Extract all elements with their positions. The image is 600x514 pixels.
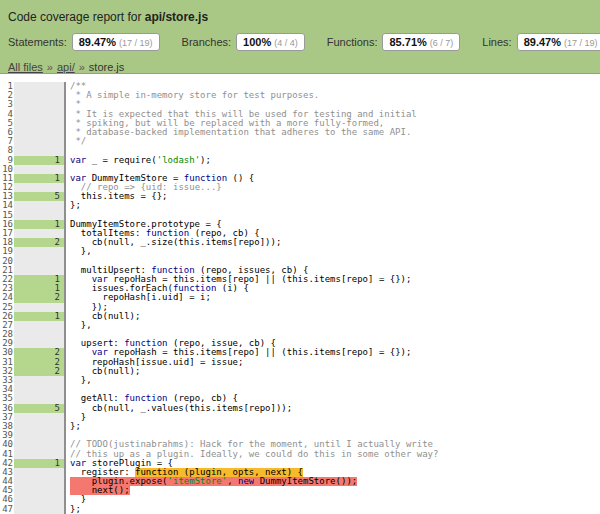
- code-text: * It is expected that this will be used …: [66, 110, 600, 119]
- code-line: 35 getAll: function (repo, cb) {: [0, 394, 600, 403]
- code-line: 8: [0, 146, 600, 155]
- stat-label: Functions:: [327, 36, 378, 48]
- stat-value: 89.47%: [524, 36, 561, 48]
- stat-lines: Lines:89.47%(17 / 19): [482, 33, 600, 51]
- stat-fraction: (17 / 19): [119, 38, 153, 48]
- coverage-count: [14, 257, 66, 266]
- breadcrumb-separator: »: [47, 61, 53, 73]
- coverage-count: [14, 422, 66, 431]
- code-line: 2 * A simple in-memory store for test pu…: [0, 91, 600, 100]
- code-line: 5 * spiking, but will be replaced with a…: [0, 119, 600, 128]
- code-text: });: [66, 303, 600, 312]
- stat-label: Statements:: [8, 36, 67, 48]
- code-text: * spiking, but will be replaced with a m…: [66, 119, 600, 128]
- breadcrumb: All files»api/»store.js: [8, 61, 592, 73]
- code-text: plugin.expose('itemStore', new DummyItem…: [66, 477, 600, 486]
- code-line: 91var _ = require('lodash');: [0, 156, 600, 165]
- code-line: 39: [0, 431, 600, 440]
- code-line: 302 var repoHash = this.items[repo] || (…: [0, 348, 600, 357]
- code-line: 10: [0, 165, 600, 174]
- coverage-count: [14, 495, 66, 504]
- code-line: 47};: [0, 505, 600, 514]
- code-text: repoHash[i.uid] = i;: [66, 293, 600, 302]
- coverage-count: 5: [14, 192, 66, 201]
- code-text: * A simple in-memory store for test purp…: [66, 91, 600, 100]
- code-text: var DummyItemStore = function () {: [66, 174, 600, 183]
- coverage-stats-row: Statements:89.47%(17 / 19)Branches:100%(…: [8, 33, 592, 51]
- coverage-count: 1: [14, 459, 66, 468]
- coverage-count: [14, 440, 66, 449]
- code-line: 43 register: function (plugin, opts, nex…: [0, 468, 600, 477]
- stat-fraction: (6 / 7): [430, 38, 454, 48]
- page-title: Code coverage report for api/store.js: [8, 10, 592, 24]
- code-text: issues.forEach(function (i) {: [66, 284, 600, 293]
- coverage-count: [14, 321, 66, 330]
- code-line: 29 upsert: function (repo, issue, cb) {: [0, 339, 600, 348]
- code-text: next();: [66, 486, 600, 495]
- code-text: };: [66, 201, 600, 210]
- code-line: 38};: [0, 422, 600, 431]
- breadcrumb-link-all-files[interactable]: All files: [8, 61, 43, 73]
- stat-value: 89.47%: [79, 36, 116, 48]
- coverage-count: [14, 100, 66, 109]
- coverage-count: [14, 385, 66, 394]
- code-text: [66, 165, 600, 174]
- coverage-count: [14, 505, 66, 514]
- code-line: 34: [0, 385, 600, 394]
- coverage-count: [14, 119, 66, 128]
- stat-label: Lines:: [482, 36, 511, 48]
- code-text: upsert: function (repo, issue, cb) {: [66, 339, 600, 348]
- stat-value-box: 100%(4 / 4): [236, 33, 305, 51]
- code-line: 41// this up as a plugin. Ideally, we co…: [0, 450, 600, 459]
- coverage-count: 5: [14, 404, 66, 413]
- code-line: 261 cb(null);: [0, 312, 600, 321]
- code-text: cb(null);: [66, 367, 600, 376]
- code-text: [66, 146, 600, 155]
- stat-statements: Statements:89.47%(17 / 19): [8, 33, 160, 51]
- stat-value-box: 85.71%(6 / 7): [382, 33, 460, 51]
- code-line: 15: [0, 211, 600, 220]
- code-text: cb(null, _.values(this.items[repo]));: [66, 404, 600, 413]
- code-text: *: [66, 100, 600, 109]
- breadcrumb-link-api-[interactable]: api/: [57, 61, 75, 73]
- code-text: },: [66, 321, 600, 330]
- code-line: 21 multiUpsert: function (repo, issues, …: [0, 266, 600, 275]
- code-line: 1/**: [0, 82, 600, 91]
- code-text: [66, 431, 600, 440]
- code-line: 17 totalItems: function (repo, cb) {: [0, 229, 600, 238]
- code-text: // TODO(justinabrahms): Hack for the mom…: [66, 440, 600, 449]
- code-text: cb(null);: [66, 312, 600, 321]
- code-text: [66, 211, 600, 220]
- code-line: 46 }: [0, 495, 600, 504]
- code-line: 20: [0, 257, 600, 266]
- code-line: 182 cb(null, _.size(this.items[repo]));: [0, 238, 600, 247]
- code-line: 40// TODO(justinabrahms): Hack for the m…: [0, 440, 600, 449]
- code-line: 45 next();: [0, 486, 600, 495]
- stat-branches: Branches:100%(4 / 4): [182, 33, 305, 51]
- coverage-count: 2: [14, 293, 66, 302]
- stat-value-box: 89.47%(17 / 19): [72, 33, 160, 51]
- code-text: };: [66, 422, 600, 431]
- code-text: // this up as a plugin. Ideally, we coul…: [66, 450, 600, 459]
- code-text: };: [66, 505, 600, 514]
- coverage-count: [14, 486, 66, 495]
- code-line: 242 repoHash[i.uid] = i;: [0, 293, 600, 302]
- code-text: this.items = {};: [66, 192, 600, 201]
- coverage-count: 2: [14, 367, 66, 376]
- code-line: 37 }: [0, 413, 600, 422]
- code-line: 7 */: [0, 137, 600, 146]
- coverage-count: [14, 376, 66, 385]
- stat-value: 85.71%: [389, 36, 426, 48]
- code-text: var repoHash = this.items[repo] || (this…: [66, 275, 600, 284]
- code-table: 1/**2 * A simple in-memory store for tes…: [0, 82, 600, 514]
- stat-functions: Functions:85.71%(6 / 7): [327, 33, 461, 51]
- code-text: * database-backed implementation that ad…: [66, 128, 600, 137]
- code-line: 135 this.items = {};: [0, 192, 600, 201]
- code-line: 33 },: [0, 376, 600, 385]
- code-text: [66, 257, 600, 266]
- code-line: 19 },: [0, 247, 600, 256]
- code-text: cb(null, _.size(this.items[repo]));: [66, 238, 600, 247]
- page-title-prefix: Code coverage report for: [8, 10, 145, 24]
- code-text: DummyItemStore.prototype = {: [66, 220, 600, 229]
- code-line: 421var storePlugin = {: [0, 459, 600, 468]
